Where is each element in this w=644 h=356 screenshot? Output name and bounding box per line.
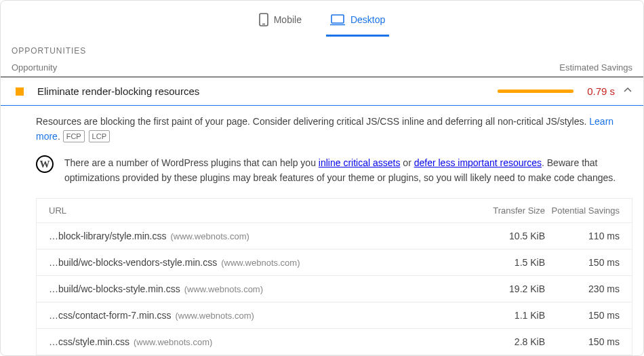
wordpress-icon: W — [36, 155, 54, 173]
col-header-potential-savings: Potential Savings — [545, 205, 620, 216]
resource-size: 2.8 KiB — [443, 336, 545, 347]
table-row: …css/style.min.css(www.webnots.com) 2.8 … — [37, 329, 632, 355]
table-row: …css/contact-form-7.min.css(www.webnots.… — [37, 302, 632, 329]
tab-label: Desktop — [350, 14, 385, 25]
resource-savings: 150 ms — [545, 257, 620, 268]
metric-badge-fcp: FCP — [63, 130, 85, 142]
resource-url: …css/contact-form-7.min.css(www.webnots.… — [49, 310, 443, 321]
audit-title: Eliminate render-blocking resources — [37, 85, 199, 97]
tab-desktop[interactable]: Desktop — [326, 9, 389, 37]
resource-url: …css/style.min.css(www.webnots.com) — [49, 336, 443, 347]
inline-critical-assets-link[interactable]: inline critical assets — [319, 157, 401, 168]
mobile-icon — [259, 13, 268, 26]
col-header-url: URL — [49, 205, 443, 216]
resource-savings: 110 ms — [545, 231, 620, 241]
col-header-size: Transfer Size — [443, 205, 545, 216]
audit-description: Resources are blocking the first paint o… — [1, 106, 643, 144]
resource-size: 19.2 KiB — [443, 283, 545, 294]
resource-url: …build/wc-blocks-style.min.css(www.webno… — [49, 283, 443, 294]
svg-rect-2 — [331, 15, 344, 23]
section-title: OPPORTUNITIES — [1, 37, 643, 58]
resource-url: …block-library/style.min.css(www.webnots… — [49, 231, 443, 241]
desktop-icon — [330, 14, 345, 26]
metric-badge-lcp: LCP — [89, 130, 110, 142]
table-row: …build/wc-blocks-vendors-style.min.css(w… — [37, 250, 632, 276]
severity-indicator-icon — [16, 87, 24, 96]
col-header-savings: Estimated Savings — [559, 62, 632, 73]
resource-size: 1.1 KiB — [443, 310, 545, 321]
resources-table: URL Transfer Size Potential Savings …blo… — [36, 198, 632, 355]
wordpress-note: W There are a number of WordPress plugin… — [1, 144, 643, 194]
table-header: URL Transfer Size Potential Savings — [37, 199, 632, 223]
resource-savings: 230 ms — [545, 283, 620, 294]
defer-resources-link[interactable]: defer less important resources — [414, 157, 542, 168]
savings-value: 0.79 s — [587, 85, 615, 97]
opportunity-header-row: Opportunity Estimated Savings — [1, 58, 643, 77]
col-header-opportunity: Opportunity — [12, 62, 57, 73]
resource-size: 10.5 KiB — [443, 231, 545, 241]
wordpress-note-text: There are a number of WordPress plugins … — [64, 155, 632, 186]
resource-savings: 150 ms — [545, 336, 620, 347]
table-row: …block-library/style.min.css(www.webnots… — [37, 223, 632, 250]
savings-bar — [498, 90, 573, 93]
resource-size: 1.5 KiB — [443, 257, 545, 268]
table-row: …build/wc-blocks-style.min.css(www.webno… — [37, 276, 632, 302]
tab-mobile[interactable]: Mobile — [255, 9, 306, 37]
audit-summary-row[interactable]: Eliminate render-blocking resources 0.79… — [1, 77, 643, 106]
chevron-up-icon — [623, 85, 632, 97]
device-tabs: Mobile Desktop — [1, 1, 643, 37]
audit-panel: Mobile Desktop OPPORTUNITIES Opportunity… — [0, 0, 644, 356]
resource-url: …build/wc-blocks-vendors-style.min.css(w… — [49, 257, 443, 268]
resource-savings: 150 ms — [545, 310, 620, 321]
tab-label: Mobile — [274, 14, 302, 25]
